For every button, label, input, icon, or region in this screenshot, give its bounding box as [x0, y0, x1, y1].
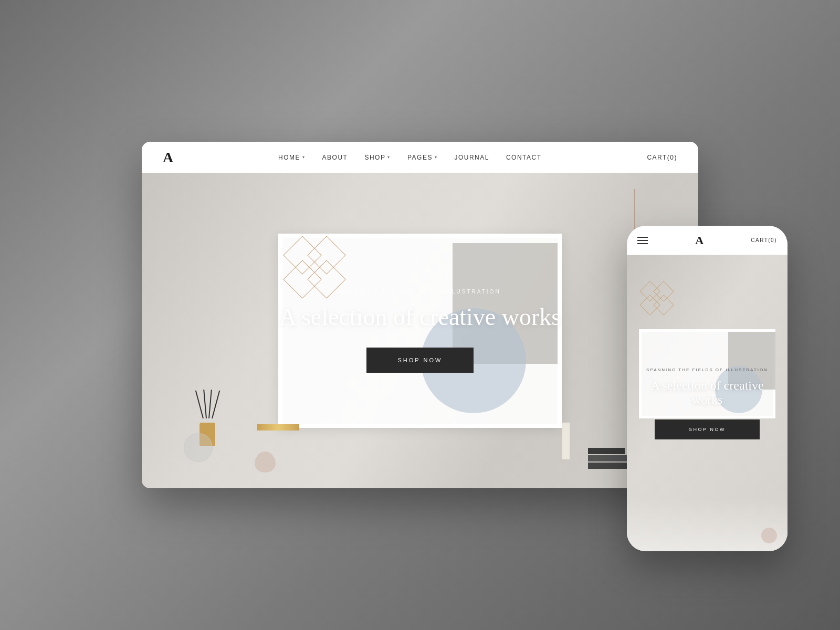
mobile-flower-petal: [761, 528, 777, 543]
desktop-hero: SPANNING THE FIELDS OF ILLUSTRATION A se…: [142, 173, 698, 488]
mobile-hero-subtitle: SPANNING THE FIELDS OF ILLUSTRATION: [646, 368, 768, 372]
hamburger-menu-button[interactable]: [637, 237, 648, 244]
book-3: [588, 463, 630, 469]
mobile-mockup: A CART(0) SPANNING THE FIELDS: [627, 226, 788, 551]
candle-body: [562, 423, 570, 459]
flower-decoration: [255, 452, 276, 472]
nav-item-pages[interactable]: PAGES ▾: [407, 154, 437, 161]
hamburger-line-2: [637, 240, 648, 241]
desktop-logo[interactable]: A: [163, 149, 173, 166]
stick-2: [203, 390, 206, 418]
stick-3: [208, 390, 212, 418]
desktop-nav: A HOME ▾ ABOUT SHOP ▾ PAGES ▾: [142, 142, 698, 173]
mobile-logo[interactable]: A: [648, 234, 751, 247]
hero-subtitle: SPANNING THE FIELDS OF ILLUSTRATION: [339, 289, 500, 295]
desktop-shop-now-button[interactable]: SHOP NOW: [366, 348, 474, 373]
mobile-bottom-strip: [627, 499, 788, 551]
nav-item-contact[interactable]: CONTACT: [506, 154, 542, 161]
gold-stripe: [257, 424, 299, 430]
books-decoration: [588, 448, 630, 470]
chevron-down-icon: ▾: [387, 155, 391, 160]
hamburger-line-1: [637, 237, 648, 238]
mobile-nav: A CART(0): [627, 226, 788, 255]
cart-button[interactable]: CART(0): [647, 154, 677, 161]
globe-decoration: [184, 433, 213, 462]
nav-item-shop[interactable]: SHOP ▾: [364, 154, 391, 161]
hamburger-line-3: [637, 243, 648, 244]
nav-item-about[interactable]: ABOUT: [322, 154, 348, 161]
nav-item-home[interactable]: HOME ▾: [278, 154, 306, 161]
mobile-flower-decoration: [761, 528, 777, 543]
nav-item-journal[interactable]: JOURNAL: [454, 154, 489, 161]
mobile-hero: SPANNING THE FIELDS OF ILLUSTRATION A se…: [627, 255, 788, 551]
chevron-down-icon: ▾: [302, 155, 306, 160]
hero-content: SPANNING THE FIELDS OF ILLUSTRATION A se…: [142, 173, 698, 488]
hero-title: A selection of creative works: [279, 303, 561, 331]
mobile-cart-button[interactable]: CART(0): [751, 237, 777, 243]
chevron-down-icon: ▾: [435, 155, 438, 160]
desktop-mockup: A HOME ▾ ABOUT SHOP ▾ PAGES ▾: [142, 142, 698, 488]
diffuser-sticks: [200, 390, 215, 418]
desktop-nav-links: HOME ▾ ABOUT SHOP ▾ PAGES ▾ JOURNAL: [173, 154, 647, 161]
scene-wrapper: A HOME ▾ ABOUT SHOP ▾ PAGES ▾: [142, 142, 698, 488]
book-1: [588, 448, 625, 454]
mobile-hero-title: A selection of creative works: [637, 379, 777, 407]
mobile-shop-now-button[interactable]: SHOP NOW: [655, 419, 760, 439]
book-2: [588, 455, 627, 461]
candle-decoration: [562, 423, 570, 459]
flower-petal: [255, 452, 276, 472]
